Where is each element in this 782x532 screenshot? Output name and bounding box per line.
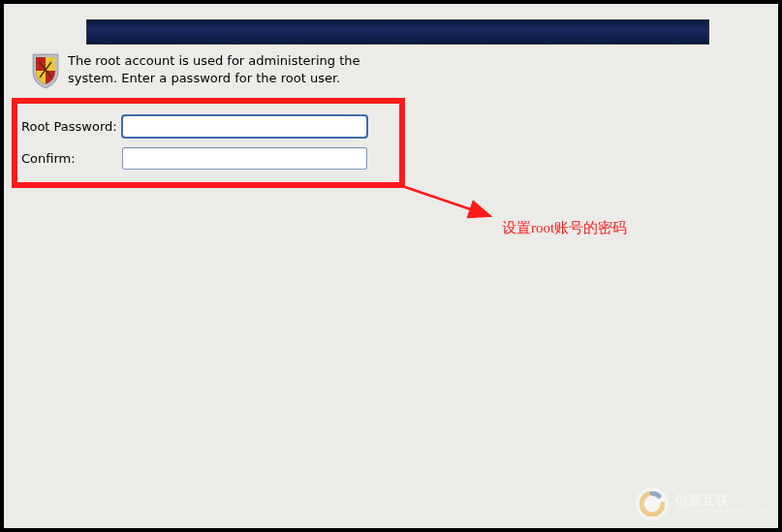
root-password-input[interactable] [122, 115, 367, 138]
annotation-arrow-icon [403, 183, 510, 232]
annotation-text: 设置root账号的密码 [502, 219, 627, 237]
watermark-brand: 创新互联 [674, 492, 729, 508]
confirm-input[interactable] [122, 147, 367, 170]
svg-line-1 [405, 187, 490, 216]
watermark: 创新互联 CDCXHL.CN/CDXWCX.CN [636, 487, 766, 520]
watermark-logo-icon [636, 487, 669, 520]
confirm-row: Confirm: [21, 147, 367, 170]
shield-icon [31, 52, 60, 89]
watermark-text: 创新互联 CDCXHL.CN/CDXWCX.CN [674, 493, 766, 515]
header-banner [86, 19, 709, 45]
password-form: Root Password: Confirm: [21, 115, 367, 179]
root-password-row: Root Password: [21, 115, 367, 138]
instructions-text: The root account is used for administeri… [68, 52, 368, 86]
root-password-label: Root Password: [21, 119, 122, 134]
watermark-sub: CDCXHL.CN/CDXWCX.CN [674, 508, 766, 515]
confirm-label: Confirm: [21, 151, 122, 166]
instructions-row: The root account is used for administeri… [31, 52, 368, 89]
installer-window: The root account is used for administeri… [4, 4, 778, 528]
